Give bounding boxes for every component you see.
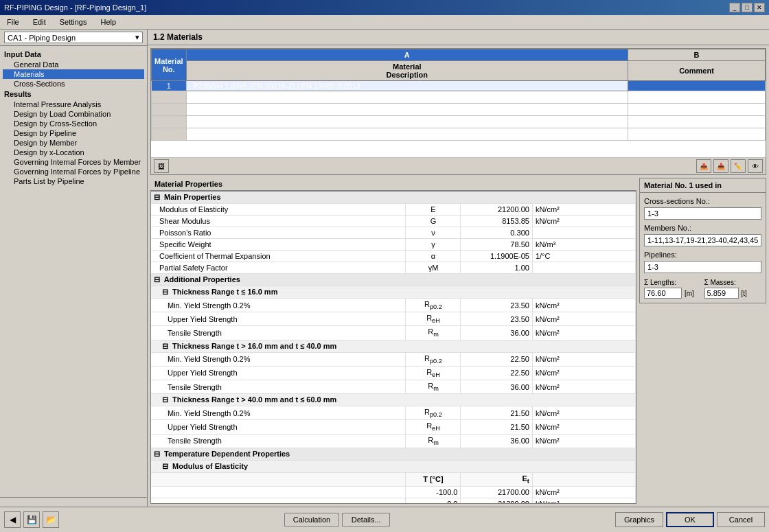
prop-name-safety: Partial Safety Factor — [151, 262, 406, 274]
prop-row-tensile-60: Tensile Strength Rm 36.00 kN/cm² — [151, 434, 636, 448]
prop-value-tensile-60: 36.00 — [461, 434, 532, 448]
masses-value-row: [t] — [704, 288, 762, 299]
horizontal-scrollbar[interactable] — [0, 497, 147, 507]
nav-item-governing-member[interactable]: Governing Internal Forces by Member — [3, 157, 144, 167]
prop-value-yield-16-min: 23.50 — [461, 299, 532, 312]
expand-40mm-icon[interactable]: ⊟ — [162, 342, 168, 350]
save-button[interactable]: 💾 — [23, 511, 40, 528]
prop-value-tensile-40: 36.00 — [461, 380, 532, 393]
prop-symbol-thermal: α — [406, 251, 461, 262]
maximize-button[interactable]: □ — [742, 3, 753, 12]
expand-60mm-icon[interactable]: ⊟ — [162, 395, 168, 404]
cross-sections-field[interactable] — [644, 207, 761, 220]
close-button[interactable]: ✕ — [754, 3, 765, 12]
material-info-content: Cross-sections No.: Members No.: Pipelin… — [640, 193, 766, 303]
expand-modulus-temp-icon[interactable]: ⊟ — [162, 462, 168, 470]
prop-name-upper-40: Upper Yield Strength — [151, 366, 406, 380]
minimize-button[interactable]: _ — [729, 3, 740, 12]
prop-value-upper-60: 21.50 — [461, 420, 532, 434]
subgroup-40mm: ⊟ Thickness Range t > 16.0 mm and t ≤ 40… — [151, 340, 636, 352]
expand-temp-icon[interactable]: ⊟ — [154, 450, 160, 458]
edit-button[interactable]: ✏️ — [731, 159, 746, 173]
prop-unit-safety — [532, 262, 635, 274]
masses-field[interactable] — [704, 288, 739, 299]
cancel-button[interactable]: Cancel — [717, 512, 765, 527]
group-temperature: ⊟ Temperature Dependent Properties — [151, 448, 636, 460]
prop-value-thermal: 1.1900E-05 — [461, 251, 532, 262]
case-dropdown[interactable]: CA1 - Piping Design ▾ — [4, 32, 143, 43]
material-info-box: Material No. 1 used in Cross-sections No… — [639, 178, 766, 303]
properties-table-container[interactable]: ⊟ Main Properties Modulus of Elasticity … — [150, 191, 636, 504]
prop-name-tensile-40: Tensile Strength — [151, 380, 406, 393]
prop-symbol-tensile-16: Rm — [406, 326, 461, 340]
members-field[interactable] — [644, 234, 761, 246]
prop-unit-thermal: 1/°C — [532, 251, 635, 262]
masses-group: Σ Masses: [t] — [704, 279, 762, 299]
expand-additional-icon[interactable]: ⊟ — [154, 275, 160, 284]
nav-prev-button[interactable]: ◀ — [4, 511, 21, 528]
prop-temp-100-name — [151, 486, 406, 498]
nav-item-cross-sections[interactable]: Cross-Sections — [3, 79, 144, 89]
import-button[interactable]: 📥 — [713, 159, 728, 173]
prop-name-yield-40-min: Min. Yield Strength 0.2% — [151, 352, 406, 366]
view-button[interactable]: 👁 — [748, 159, 763, 173]
prop-row-temp-100: -100.0 21700.00 kN/cm² — [151, 486, 636, 498]
prop-value-upper-40: 22.50 — [461, 366, 532, 380]
prop-temp-0-name — [151, 498, 406, 504]
table-row-empty3 — [152, 116, 766, 128]
prop-unit-yield-60-min: kN/cm² — [532, 406, 635, 420]
graphics-button[interactable]: Graphics — [615, 512, 663, 527]
nav-section-input: Input Data — [3, 49, 144, 60]
prop-name-yield-60-min: Min. Yield Strength 0.2% — [151, 406, 406, 420]
export-button[interactable]: 📤 — [696, 159, 711, 173]
open-button[interactable]: 📂 — [43, 511, 59, 528]
prop-temp-et-header: Et — [461, 472, 532, 486]
prop-value-safety: 1.00 — [461, 262, 532, 274]
details-button[interactable]: Details... — [342, 513, 390, 527]
nav-item-design-load[interactable]: Design by Load Combination — [3, 109, 144, 119]
prop-symbol-tensile-40: Rm — [406, 380, 461, 393]
nav-item-design-cross[interactable]: Design by Cross-Section — [3, 119, 144, 128]
prop-unit-yield-40-min: kN/cm² — [532, 352, 635, 366]
expand-16mm-icon[interactable]: ⊟ — [162, 288, 168, 296]
add-row-button[interactable]: 🖼 — [154, 159, 169, 173]
lengths-group: Σ Lengths: [m] — [644, 279, 702, 299]
title-bar: RF-PIPING Design - [RF-Piping Design_1] … — [0, 0, 769, 15]
nav-item-design-member[interactable]: Design by Member — [3, 138, 144, 148]
calculation-button[interactable]: Calculation — [284, 513, 339, 527]
menu-help[interactable]: Help — [96, 16, 120, 27]
prop-temp-0-e: 21300.00 — [461, 498, 532, 504]
nav-item-design-pipeline[interactable]: Design by Pipeline — [3, 128, 144, 138]
prop-unit-shear: kN/cm² — [532, 216, 635, 227]
menu-settings[interactable]: Settings — [56, 16, 91, 27]
masses-unit: [t] — [742, 290, 747, 297]
materials-table: MaterialNo. A B MaterialDescription Comm… — [151, 49, 766, 141]
masses-label: Σ Masses: — [704, 279, 762, 286]
lengths-unit: [m] — [685, 290, 694, 297]
col-header-b: B — [628, 49, 766, 61]
summary-row: Σ Lengths: [m] Σ Masses: — [644, 279, 761, 299]
nav-item-general-data[interactable]: General Data — [3, 60, 144, 69]
prop-temp-col-header — [151, 472, 406, 486]
nav-item-internal-pressure[interactable]: Internal Pressure Analysis — [3, 100, 144, 109]
nav-item-materials[interactable]: Materials — [3, 69, 144, 79]
col-header-a: A — [186, 49, 628, 61]
bottom-bar: ◀ 💾 📂 Calculation Details... Graphics OK… — [0, 507, 769, 531]
prop-name-tensile-16: Tensile Strength — [151, 326, 406, 340]
nav-item-design-x[interactable]: Design by x-Location — [3, 148, 144, 157]
pipelines-field[interactable] — [644, 261, 761, 273]
menu-edit[interactable]: Edit — [29, 16, 50, 27]
lengths-field[interactable] — [644, 288, 682, 299]
panel-title: 1.2 Materials — [148, 30, 769, 45]
ok-button[interactable]: OK — [666, 512, 714, 527]
prop-row-temp-header: T [°C] Et — [151, 472, 636, 486]
nav-item-governing-pipeline[interactable]: Governing Internal Forces by Pipeline — [3, 167, 144, 176]
nav-item-parts-list[interactable]: Parts List by Pipeline — [3, 176, 144, 186]
prop-symbol-upper-16: ReH — [406, 312, 461, 326]
prop-symbol-yield-40-min: Rp0.2 — [406, 352, 461, 366]
menu-file[interactable]: File — [3, 16, 23, 27]
table-row[interactable]: 1 P235GH 1.0345 (EN 10216-2) | EN 13480-… — [152, 81, 766, 91]
prop-unit-modulus: kN/cm² — [532, 204, 635, 216]
prop-value-tensile-16: 36.00 — [461, 326, 532, 340]
expand-main-icon[interactable]: ⊟ — [154, 193, 160, 201]
